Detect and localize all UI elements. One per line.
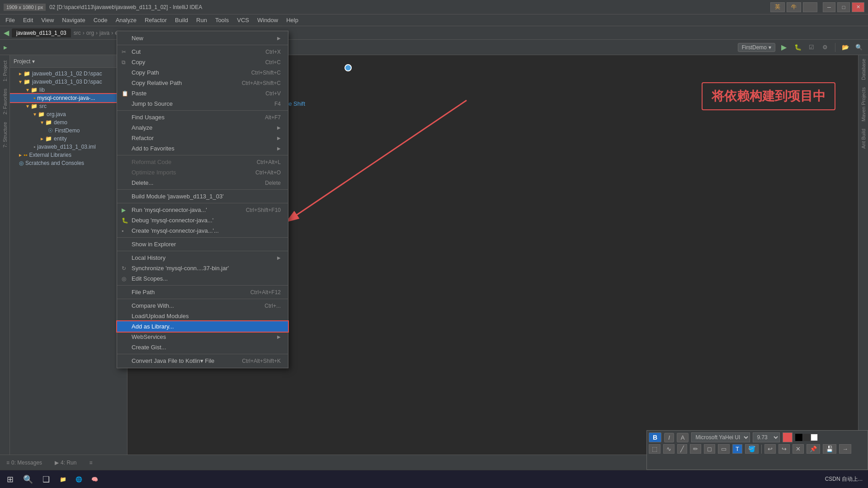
tree-item-iml[interactable]: ▪ javaweb_d113_1_03.iml bbox=[10, 143, 127, 151]
breadcrumb-org[interactable]: org bbox=[86, 30, 94, 36]
tree-item-src[interactable]: ▾ 📁 src bbox=[10, 102, 127, 110]
ctx-copy-path[interactable]: Copy Path Ctrl+Shift+C bbox=[117, 67, 288, 78]
color-red-swatch[interactable] bbox=[783, 432, 793, 442]
ctx-jump-source[interactable]: Jump to Source F4 bbox=[117, 99, 288, 109]
sidebar-tab-structure[interactable]: 7: Structure bbox=[1, 118, 9, 151]
ann-bold-btn[interactable]: B bbox=[649, 432, 661, 442]
ctx-edit-scopes[interactable]: ◎ Edit Scopes... bbox=[117, 273, 288, 284]
minimize-button[interactable]: ─ bbox=[823, 2, 835, 12]
menu-view[interactable]: View bbox=[38, 16, 57, 24]
ctx-file-path[interactable]: File Path Ctrl+Alt+F12 bbox=[117, 287, 288, 297]
tree-item-firstdemo[interactable]: ☉ FirstDemo bbox=[10, 127, 127, 135]
menu-build[interactable]: Build bbox=[171, 16, 192, 24]
ctx-synchronize[interactable]: ↻ Synchronize 'mysql-conn....37-bin.jar' bbox=[117, 263, 288, 273]
ann-line-btn[interactable]: ╱ bbox=[677, 444, 687, 454]
ann-redo-btn[interactable]: ↪ bbox=[778, 444, 790, 454]
tree-item-lib[interactable]: ▾ 📁 lib bbox=[10, 86, 127, 94]
font-selector[interactable]: Microsoft YaHei UI bbox=[691, 432, 750, 442]
color-dark[interactable] bbox=[803, 434, 810, 441]
tree-item-demo[interactable]: ▾ 📁 demo bbox=[10, 118, 127, 127]
sidebar-tab-maven[interactable]: Maven Projects bbox=[859, 84, 868, 125]
ctx-local-history[interactable]: Local History ▶ bbox=[117, 253, 288, 263]
maximize-button[interactable]: □ bbox=[837, 2, 850, 12]
toolbar-folders[interactable]: 📂 bbox=[840, 42, 851, 53]
sidebar-tab-ant[interactable]: Ant Build bbox=[859, 125, 868, 152]
ctx-build-module[interactable]: Build Module 'javaweb_d113_1_03' bbox=[117, 191, 288, 202]
start-button[interactable]: ⊞ bbox=[2, 471, 18, 488]
ctx-add-favorites[interactable]: Add to Favorites ▶ bbox=[117, 143, 288, 154]
bottom-run[interactable]: ▶ 4: Run bbox=[52, 459, 79, 467]
ann-pin-btn[interactable]: 📌 bbox=[807, 444, 820, 454]
ctx-compare[interactable]: Compare With... Ctrl+... bbox=[117, 300, 288, 311]
ann-text-btn[interactable]: T bbox=[732, 444, 742, 454]
nav-back-icon[interactable]: ◀ bbox=[4, 28, 9, 37]
ann-eraser-btn[interactable]: ◻ bbox=[704, 444, 715, 454]
ctx-delete[interactable]: Delete... Delete bbox=[117, 178, 288, 188]
nav-arrow-icon[interactable]: ▸ bbox=[4, 43, 7, 52]
menu-help[interactable]: Help bbox=[283, 16, 302, 24]
sidebar-tab-database[interactable]: Database bbox=[859, 55, 868, 84]
ctx-cut[interactable]: ✂ Cut Ctrl+X bbox=[117, 47, 288, 57]
sidebar-tab-favorites[interactable]: 2: Favorites bbox=[1, 85, 9, 118]
ctx-show-explorer[interactable]: Show in Explorer bbox=[117, 239, 288, 249]
menu-run[interactable]: Run bbox=[193, 16, 211, 24]
menu-tools[interactable]: Tools bbox=[212, 16, 232, 24]
tree-item-mysql-jar[interactable]: ▪ mysql-connector-java-... bbox=[10, 94, 127, 102]
ctx-find-usages[interactable]: Find Usages Alt+F7 bbox=[117, 112, 288, 122]
tree-item-proj2[interactable]: ▾ 📁 javaweb_d113_1_03 D:\spac bbox=[10, 78, 127, 86]
browser-app[interactable]: 🌐 bbox=[72, 471, 86, 488]
ctx-create[interactable]: ▪ Create 'mysql-connector-java...'... bbox=[117, 225, 288, 236]
ctx-copy[interactable]: ⧉ Copy Ctrl+C bbox=[117, 57, 288, 67]
coverage-button[interactable]: ☑ bbox=[806, 42, 817, 53]
ctx-analyze[interactable]: Analyze ▶ bbox=[117, 122, 288, 133]
tree-item-extlibs[interactable]: ▸ ▪▪ External Libraries bbox=[10, 151, 127, 159]
ann-share-btn[interactable]: → bbox=[839, 444, 851, 454]
intellij-app[interactable]: 🧠 bbox=[88, 471, 102, 488]
chinese-btn-1[interactable]: 英 bbox=[770, 2, 785, 12]
menu-vcs[interactable]: VCS bbox=[233, 16, 253, 24]
sidebar-tab-project[interactable]: 1: Project bbox=[1, 57, 9, 85]
color-white[interactable] bbox=[811, 434, 818, 441]
chinese-btn-3[interactable] bbox=[803, 2, 817, 12]
tree-item-proj1[interactable]: ▸ 📁 javaweb_d113_1_02 D:\spac bbox=[10, 70, 127, 78]
ann-rect-btn[interactable]: ▭ bbox=[718, 444, 730, 454]
run-config-selector[interactable]: FirstDemo ▾ bbox=[738, 43, 775, 52]
chinese-btn-2[interactable]: 牛 bbox=[787, 2, 801, 12]
debug-button[interactable]: 🐛 bbox=[793, 42, 803, 53]
toolbar-search[interactable]: 🔍 bbox=[854, 42, 864, 53]
ann-pen-btn[interactable]: ✏ bbox=[690, 444, 701, 454]
ann-save-btn[interactable]: 💾 bbox=[823, 444, 836, 454]
menu-window[interactable]: Window bbox=[254, 16, 282, 24]
ctx-webservices[interactable]: WebServices ▶ bbox=[117, 332, 288, 342]
ann-select-btn[interactable]: ⬚ bbox=[649, 444, 660, 454]
ctx-paste[interactable]: 📋 Paste Ctrl+V bbox=[117, 88, 288, 99]
ann-italic-btn[interactable]: I bbox=[664, 433, 674, 442]
ann-undo-btn[interactable]: ↩ bbox=[764, 444, 776, 454]
tree-item-scratches[interactable]: ◎ Scratches and Consoles bbox=[10, 159, 127, 167]
ann-curve-btn[interactable]: ∿ bbox=[663, 444, 675, 454]
ctx-new[interactable]: New ▶ bbox=[117, 33, 288, 43]
breadcrumb-src[interactable]: src bbox=[74, 30, 81, 36]
ann-close-btn[interactable]: ✕ bbox=[793, 444, 804, 454]
menu-analyze[interactable]: Analyze bbox=[112, 16, 140, 24]
tree-item-entity[interactable]: ▸ 📁 entity bbox=[10, 135, 127, 143]
taskview-button[interactable]: ❑ bbox=[38, 471, 54, 488]
font-size-selector[interactable]: 9.73 bbox=[753, 432, 780, 442]
ctx-create-gist[interactable]: Create Gist... bbox=[117, 342, 288, 352]
ctx-add-library[interactable]: Add as Library... bbox=[117, 321, 288, 332]
close-button[interactable]: ✕ bbox=[852, 2, 864, 12]
ctx-copy-rel-path[interactable]: Copy Relative Path Ctrl+Alt+Shift+C bbox=[117, 78, 288, 88]
ctx-run[interactable]: ▶ Run 'mysql-connector-java...' Ctrl+Shi… bbox=[117, 205, 288, 215]
menu-code[interactable]: Code bbox=[90, 16, 111, 24]
ctx-convert-java[interactable]: Convert Java File to Kotlin▾ File Ctrl+A… bbox=[117, 356, 288, 366]
csdn-app[interactable]: CSDN 自动上... bbox=[821, 471, 866, 488]
ctx-refactor[interactable]: Refactor ▶ bbox=[117, 133, 288, 143]
file-tab-active[interactable]: javaweb_d113_1_03 bbox=[12, 28, 71, 38]
toolbar-settings[interactable]: ⚙ bbox=[820, 42, 830, 53]
file-explorer-app[interactable]: 📁 bbox=[56, 471, 70, 488]
color-black[interactable] bbox=[795, 434, 802, 441]
bottom-event[interactable]: ≡ bbox=[86, 459, 95, 467]
menu-file[interactable]: File bbox=[2, 16, 19, 24]
menu-refactor[interactable]: Refactor bbox=[141, 16, 170, 24]
breadcrumb-java[interactable]: java bbox=[99, 30, 109, 36]
